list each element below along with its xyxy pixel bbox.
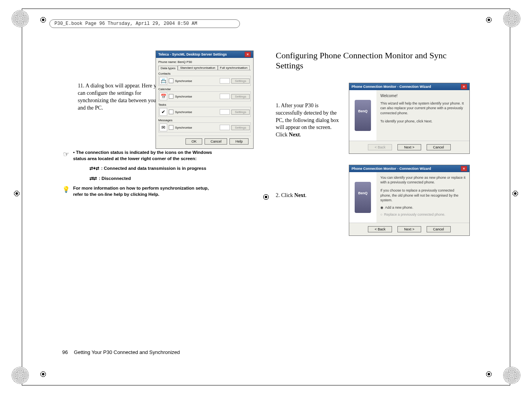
connected-text: : Connected and data transmission is in … xyxy=(101,166,206,172)
connection-wizard-1: Phone Connection Monitor - Connection Wi… xyxy=(349,83,470,154)
page-footer: 96 Getting Your P30 Connected and Synchr… xyxy=(62,349,180,355)
tip-line2: refer to the on-line help by clicking He… xyxy=(73,192,159,197)
close-icon[interactable]: × xyxy=(245,52,251,57)
calendar-sync-label: Synchronise xyxy=(175,95,218,98)
registration-mark-icon xyxy=(510,188,520,199)
phone-image xyxy=(349,90,376,141)
wizard1-body1: This wizard will help the system identif… xyxy=(380,101,466,116)
registration-mark-icon xyxy=(503,367,520,384)
messages-settings-button[interactable]: Settings xyxy=(231,125,250,130)
step-2-tail: . xyxy=(305,192,307,198)
section-heading: Configuring Phone Connection Monitor and… xyxy=(276,51,470,71)
contacts-sync-label: Synchronise xyxy=(175,79,218,83)
contacts-settings-button[interactable]: Settings xyxy=(231,78,250,84)
registration-mark-icon xyxy=(484,369,494,379)
contacts-sync-checkbox[interactable] xyxy=(169,78,173,83)
help-button[interactable]: Help xyxy=(229,138,248,145)
calendar-sync-checkbox[interactable] xyxy=(169,94,173,99)
ok-button[interactable]: OK xyxy=(186,138,202,145)
radio-selected-icon[interactable]: ◉ xyxy=(380,205,383,210)
wizard2-cancel-button[interactable]: Cancel xyxy=(427,226,451,232)
step-1-bold: Next xyxy=(289,132,300,138)
disconnected-icon: ⇄/⇄ xyxy=(89,176,96,181)
note-text-line2: status area located at the lower right c… xyxy=(73,156,197,161)
phone-name-label: Phone name: BenQ P30 xyxy=(158,60,251,64)
tip-line1: For more information on how to perform s… xyxy=(73,186,209,190)
note-text-line1: • The connection status is indicated by … xyxy=(73,150,212,155)
registration-mark-icon xyxy=(38,369,48,379)
registration-mark-icon xyxy=(503,10,520,27)
wizard2-body1: You can identify your phone as new phone… xyxy=(380,175,466,185)
page-number: 96 xyxy=(62,349,68,355)
crop-mark-left xyxy=(22,9,22,385)
tasks-sync-label: Synchronise xyxy=(175,110,218,114)
crop-mark-right xyxy=(510,9,510,385)
radio-unselected-icon: ○ xyxy=(380,212,382,217)
tasks-group-label: Tasks xyxy=(158,103,251,106)
wizard2-next-button[interactable]: Next > xyxy=(397,226,421,232)
step-2-text: 2. Click xyxy=(276,192,294,198)
messages-group-label: Messages xyxy=(158,119,251,122)
messages-dropdown[interactable] xyxy=(220,125,230,130)
messages-icon: ✉ xyxy=(159,124,167,131)
contacts-group-label: Contacts xyxy=(158,72,251,75)
registration-mark-icon xyxy=(12,367,29,384)
tip-lightbulb-icon: 💡 xyxy=(62,185,70,194)
registration-mark-icon xyxy=(38,15,48,25)
note-hand-icon: ☞ xyxy=(62,150,70,159)
crop-mark-top xyxy=(22,9,510,9)
wizard2-radio2: Replace a previously connected phone. xyxy=(384,212,445,217)
wizard1-title: Phone Connection Monitor - Connection Wi… xyxy=(352,85,431,89)
tab-full-sync[interactable]: Full synchronisation xyxy=(218,65,250,70)
cancel-button[interactable]: Cancel xyxy=(205,138,227,145)
wizard2-back-button[interactable]: < Back xyxy=(368,226,392,232)
wizard2-title: Phone Connection Monitor - Connection Wi… xyxy=(352,167,431,171)
file-header-text: P30_E.book Page 96 Thursday, April 29, 2… xyxy=(54,21,197,26)
file-header: P30_E.book Page 96 Thursday, April 29, 2… xyxy=(49,19,240,28)
messages-sync-label: Synchronise xyxy=(175,126,218,129)
tasks-dropdown[interactable] xyxy=(220,109,230,115)
registration-mark-icon xyxy=(12,188,22,199)
wizard1-body2: To identify your phone, click Next. xyxy=(380,119,466,124)
wizard1-back-button: < Back xyxy=(368,144,392,150)
crop-mark-bottom xyxy=(22,385,510,385)
messages-sync-checkbox[interactable] xyxy=(169,125,173,130)
wizard1-next-button[interactable]: Next > xyxy=(397,144,421,150)
registration-mark-icon xyxy=(484,15,494,25)
tasks-icon: ✔ xyxy=(159,108,167,116)
tab-data-types[interactable]: Data types xyxy=(158,66,178,70)
wizard2-body2: If you choose to replace a previously co… xyxy=(380,188,466,203)
phone-image xyxy=(349,172,376,223)
tasks-settings-button[interactable]: Settings xyxy=(231,110,250,115)
calendar-group-label: Calendar xyxy=(158,87,251,91)
step-1-text: 1. After your P30 is successfully detect… xyxy=(276,103,339,138)
calendar-settings-button[interactable]: Settings xyxy=(231,94,250,99)
wizard1-cancel-button[interactable]: Cancel xyxy=(427,144,451,150)
footer-title: Getting Your P30 Connected and Synchroni… xyxy=(74,349,180,355)
contacts-dropdown[interactable] xyxy=(220,78,230,84)
connected-icon: ⇄✦⇄ xyxy=(89,166,99,171)
syncml-settings-dialog: Teleca - SyncML Desktop Server Settings … xyxy=(156,51,254,149)
calendar-icon: 📅 xyxy=(159,92,167,100)
contacts-icon: 📇 xyxy=(159,77,167,85)
step-2-bold: Next xyxy=(294,192,305,198)
close-icon[interactable]: × xyxy=(461,84,467,89)
registration-mark-icon xyxy=(12,10,29,27)
left-column: 11. A dialog box will appear. Here you c… xyxy=(62,51,256,343)
close-icon[interactable]: × xyxy=(461,166,467,171)
calendar-dropdown[interactable] xyxy=(220,94,230,99)
wizard2-radio1: Add a new phone. xyxy=(385,205,413,210)
tasks-sync-checkbox[interactable] xyxy=(169,110,173,114)
connection-wizard-2: Phone Connection Monitor - Connection Wi… xyxy=(349,165,470,236)
tab-standard-sync[interactable]: Standard synchronisation xyxy=(178,65,217,70)
step-1-tail: . xyxy=(300,132,301,138)
disconnected-text: : Disconnected xyxy=(99,176,131,182)
right-column: Configuring Phone Connection Monitor and… xyxy=(276,51,470,343)
dialog-title: Teleca - SyncML Desktop Server Settings xyxy=(158,52,227,56)
wizard1-welcome: Welcome! xyxy=(380,93,466,99)
